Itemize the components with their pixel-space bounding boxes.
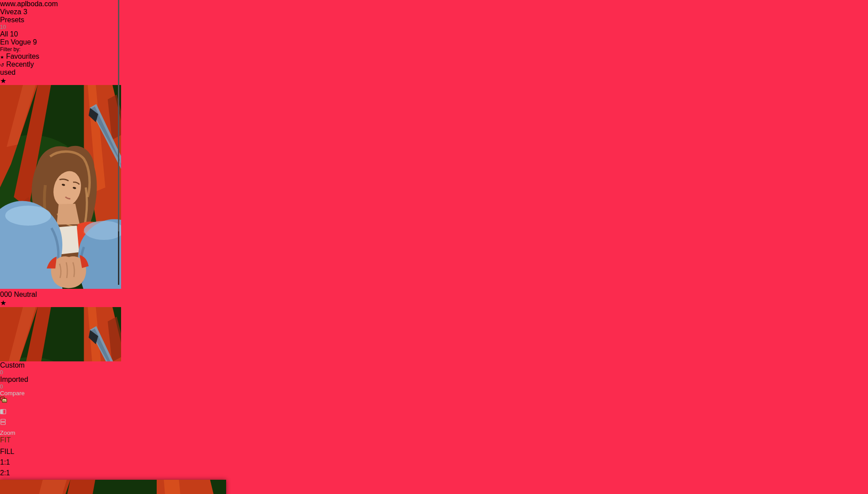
compare-overlay-icon bbox=[0, 397, 7, 403]
preset-scrollbar-thumb[interactable] bbox=[118, 77, 119, 231]
split-horizontal-icon bbox=[0, 419, 6, 425]
star-icon: ★ bbox=[0, 55, 4, 60]
favourite-star-icon[interactable]: ★ bbox=[0, 299, 6, 307]
desktop-wallpaper bbox=[8, 5, 860, 487]
favourite-star-icon[interactable]: ★ bbox=[0, 77, 6, 85]
split-vertical-icon bbox=[0, 409, 6, 414]
desktop: www.aplboda.com Viveza 3 Presets 10 All … bbox=[0, 0, 868, 494]
history-icon: ↺ bbox=[0, 62, 4, 68]
